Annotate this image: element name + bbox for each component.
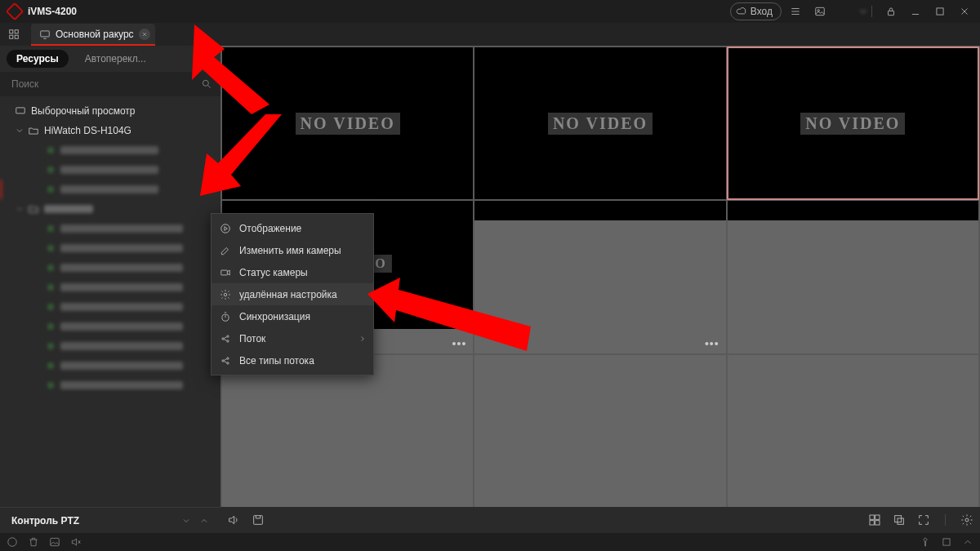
ptz-panel-header[interactable]: Контроль PTZ (0, 507, 220, 533)
tree-camera-item[interactable] (0, 356, 220, 375)
svg-point-28 (227, 340, 229, 341)
close-button[interactable] (954, 2, 975, 20)
svg-rect-12 (870, 515, 874, 519)
close-icon (141, 31, 148, 38)
svg-rect-2 (889, 11, 894, 15)
svg-rect-6 (10, 35, 13, 38)
menu-item-remote-config[interactable]: удалённая настройка (212, 283, 373, 305)
svg-point-18 (965, 518, 969, 522)
svg-rect-7 (15, 35, 18, 38)
tree-root-custom-view[interactable]: Выборочный просмотр (0, 101, 220, 121)
menu-item-display[interactable]: Отображение (212, 217, 373, 239)
svg-rect-14 (870, 521, 874, 525)
svg-rect-17 (898, 518, 903, 524)
collapse-icon[interactable] (962, 536, 973, 548)
close-icon (959, 6, 970, 17)
video-cell[interactable]: NO VIDEO (222, 47, 473, 199)
svg-point-9 (203, 80, 208, 86)
svg-point-22 (221, 224, 230, 233)
cell-more-button[interactable]: ••• (452, 337, 467, 350)
stream-icon (220, 355, 231, 367)
picture-button[interactable] (809, 2, 831, 20)
sidebar-tab-autoswitch-label: Автоперекл... (85, 53, 146, 64)
video-cell-empty[interactable] (474, 355, 725, 507)
window-button[interactable] (893, 513, 906, 527)
window-icon[interactable] (941, 536, 952, 548)
menu-item-all-streams[interactable]: Все типы потока (212, 349, 373, 371)
menu-item-status[interactable]: Статус камеры (212, 261, 373, 283)
video-cell-empty[interactable] (222, 355, 473, 507)
chevron-up-icon (199, 516, 209, 526)
tree-camera-item[interactable] (0, 180, 220, 199)
svg-rect-13 (875, 515, 880, 519)
chevron-down-icon (181, 516, 191, 526)
tree-camera-item[interactable] (0, 317, 220, 336)
maximize-button[interactable] (929, 2, 951, 20)
settings-button[interactable] (960, 513, 973, 527)
tree-camera-item[interactable] (0, 219, 220, 238)
alert-icon[interactable] (7, 536, 18, 548)
tree-camera-item[interactable] (0, 238, 220, 258)
resource-tree: Выборочный просмотр HiWatch DS-H104G (0, 100, 220, 507)
lock-button[interactable] (880, 2, 902, 20)
novideo-label: NO VIDEO (296, 113, 400, 135)
menu-item-sync[interactable]: Синхронизация (212, 305, 373, 327)
apps-grid-button[interactable] (5, 25, 23, 43)
tree-camera-item[interactable] (0, 258, 220, 278)
video-cell-selected[interactable]: NO VIDEO (728, 47, 978, 199)
chevron-down-icon (15, 126, 24, 136)
minimize-button[interactable] (905, 2, 926, 20)
tree-device-2[interactable] (0, 199, 220, 219)
menu-item-status-label: Статус камеры (239, 267, 308, 278)
fullscreen-button[interactable] (917, 513, 930, 527)
tree-root-label: Выборочный просмотр (31, 105, 135, 117)
cloud-icon (736, 6, 747, 17)
video-cell[interactable]: NO VIDEO (474, 47, 725, 199)
tree-camera-item[interactable] (0, 297, 220, 317)
tree-camera-item[interactable] (0, 336, 220, 356)
sidebar-tab-autoswitch[interactable]: Автоперекл... (75, 50, 156, 68)
search-input[interactable] (0, 72, 220, 96)
apps-grid-icon (8, 29, 20, 40)
tree-device[interactable]: HiWatch DS-H104G (0, 121, 220, 140)
menu-item-stream-label: Поток (239, 333, 265, 344)
svg-rect-16 (895, 516, 902, 522)
user-menu-button[interactable] (834, 2, 866, 20)
menu-item-rename[interactable]: Изменить имя камеры (212, 239, 373, 261)
cell-more-button[interactable]: ••• (705, 337, 719, 350)
tab-main-view[interactable]: Основной ракурс (31, 24, 155, 45)
login-button[interactable]: Вход (730, 2, 782, 20)
svg-rect-15 (875, 521, 880, 525)
stream-icon (220, 333, 231, 344)
tree-camera-item[interactable] (0, 375, 220, 395)
pin-icon[interactable] (920, 536, 931, 548)
svg-rect-8 (41, 31, 50, 37)
layout-button[interactable] (868, 513, 881, 527)
tree-camera-item[interactable] (0, 278, 220, 297)
save-icon[interactable] (252, 513, 265, 527)
tree-camera-item[interactable] (0, 140, 220, 160)
tree-camera-item[interactable] (0, 160, 220, 180)
menu-item-stream[interactable]: Поток (212, 327, 373, 349)
trash-icon[interactable] (28, 536, 39, 548)
mute-icon[interactable] (70, 536, 82, 548)
sidebar: Ресурсы Автоперекл... Выборочный просмот… (0, 46, 220, 533)
viewport-toolbar (220, 507, 980, 533)
volume-icon[interactable] (227, 513, 240, 527)
svg-rect-11 (254, 516, 263, 525)
play-icon (220, 223, 231, 234)
tab-close-button[interactable] (139, 29, 150, 40)
chevron-right-icon (359, 335, 367, 343)
sidebar-tab-resources[interactable]: Ресурсы (7, 50, 69, 68)
video-cell-empty[interactable] (728, 355, 978, 507)
monitor-icon (15, 105, 26, 117)
list-view-button[interactable] (785, 2, 806, 20)
menu-item-display-label: Отображение (239, 223, 301, 234)
novideo-label: NO VIDEO (800, 113, 905, 135)
video-cell-empty[interactable]: ••• (474, 201, 725, 353)
svg-point-30 (227, 357, 229, 358)
video-cell-empty[interactable] (728, 201, 978, 353)
tree-device-label: HiWatch DS-H104G (44, 125, 131, 136)
edit-icon (220, 245, 231, 256)
picture-icon[interactable] (49, 536, 60, 548)
